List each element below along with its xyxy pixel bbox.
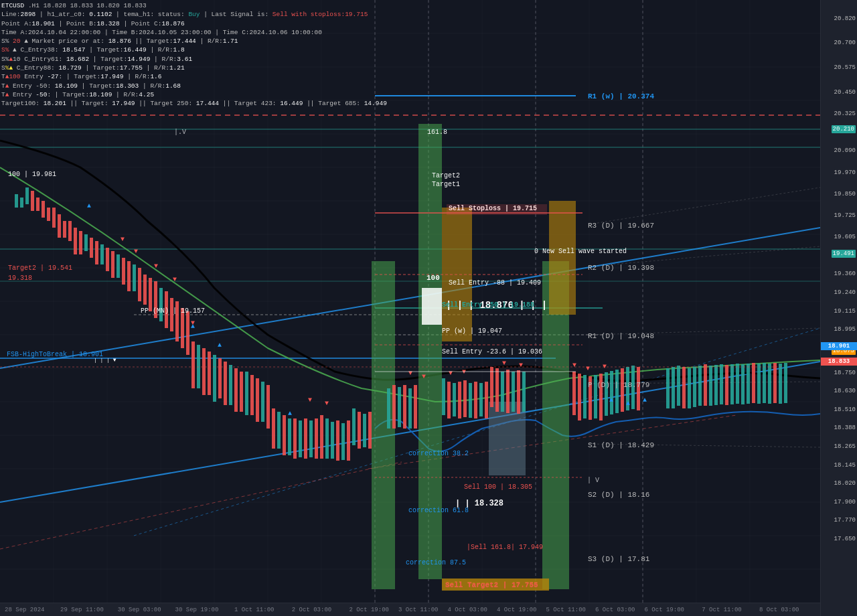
svg-text:▼: ▼ [572, 362, 576, 369]
svg-text:▼: ▼ [422, 373, 426, 380]
time-oct2-19: 2 Oct 19:00 [349, 607, 389, 613]
svg-rect-76 [224, 362, 227, 405]
price-18020: 18.020 [834, 480, 856, 487]
svg-rect-100 [352, 408, 356, 445]
svg-rect-58 [127, 261, 131, 291]
price-17900: 17.900 [834, 499, 856, 506]
price-19850: 19.850 [834, 191, 856, 198]
svg-text:▼: ▼ [173, 276, 177, 283]
price-18750: 18.750 [834, 370, 856, 376]
svg-rect-59 [133, 264, 136, 291]
svg-rect-116 [474, 382, 477, 418]
price-19605: 19.605 [834, 234, 856, 240]
price-20090: 20.090 [834, 147, 856, 154]
svg-rect-66 [170, 298, 173, 331]
svg-rect-72 [202, 348, 206, 395]
svg-rect-41 [36, 198, 40, 211]
time-sep30-19: 30 Sep 19:00 [175, 607, 219, 613]
time-sep30-03: 30 Sep 03:00 [118, 607, 161, 613]
sell-line: S% 20 ▲ Market price or at: 18.876 || Ta… [1, 37, 387, 46]
svg-rect-86 [277, 412, 281, 449]
sell-entry-88-label: Sell Entry -88 | 19.409 [449, 279, 541, 287]
price-17650: 17.650 [834, 536, 856, 542]
fsb-marks: | | | ▼ [94, 357, 116, 363]
svg-rect-93 [315, 418, 318, 459]
svg-rect-152 [736, 364, 739, 404]
svg-rect-105 [392, 385, 396, 429]
svg-rect-96 [331, 422, 334, 459]
r1d-label: R1 (D) | 19.048 [588, 332, 654, 340]
svg-rect-61 [143, 275, 147, 305]
price-18265: 18.265 [834, 443, 856, 450]
price-18630: 18.630 [834, 388, 856, 394]
svg-text:▲: ▲ [87, 202, 91, 210]
svg-rect-51 [90, 238, 93, 258]
price-19725: 19.725 [834, 212, 856, 219]
price-18995: 18.995 [834, 326, 856, 333]
svg-rect-110 [442, 378, 445, 415]
svg-text:▼: ▼ [134, 248, 138, 255]
svg-rect-98 [341, 423, 345, 460]
svg-rect-121 [501, 372, 504, 412]
svg-rect-40 [31, 191, 34, 211]
svg-rect-69 [186, 311, 189, 355]
price-20325: 20.325 [834, 110, 856, 117]
pd-label: P (D) | 18.779 [588, 381, 649, 389]
time-sep29-11: 29 Sep 11:00 [60, 607, 104, 613]
level-100-label-left: 100 | 19.981 [8, 171, 56, 178]
svg-rect-109 [414, 385, 417, 429]
price-20820: 20.820 [834, 15, 856, 22]
svg-rect-107 [403, 385, 406, 429]
sell-entry-236-label: Sell Entry -23.6 | 19.036 [442, 348, 542, 356]
svg-rect-55 [111, 251, 114, 278]
svg-rect-125 [522, 372, 526, 412]
svg-rect-95 [325, 418, 329, 459]
svg-rect-153 [741, 364, 745, 404]
svg-rect-77 [229, 365, 232, 405]
svg-rect-81 [250, 375, 254, 415]
c-entries-line1: S% ▲ C_Entry38: 18.547 | Target:16.449 |… [1, 46, 387, 54]
svg-rect-135 [621, 368, 624, 412]
price-18510: 18.510 [834, 406, 856, 413]
svg-rect-115 [469, 383, 472, 418]
sell-100-label: Sell 100 | 18.305 [464, 483, 532, 491]
svg-rect-85 [272, 408, 275, 449]
current-price-badge2: 18.901 [821, 342, 857, 350]
svg-rect-90 [299, 420, 302, 457]
svg-rect-108 [408, 388, 412, 429]
time-oct6-03: 6 Oct 03:00 [595, 607, 635, 613]
price-20575: 20.575 [834, 64, 856, 71]
svg-rect-146 [704, 364, 707, 406]
svg-rect-134 [615, 370, 619, 413]
svg-rect-70 [191, 341, 195, 388]
svg-rect-64 [159, 288, 163, 321]
s2d-label: S2 (D) | 18.16 [588, 491, 649, 499]
price-20700: 20.700 [834, 40, 856, 46]
svg-rect-106 [398, 387, 401, 427]
entry-line2: T▲ Entry -50: 18.109 | Target:18.303 | R… [1, 82, 387, 90]
iv-mark-left: |.V [174, 129, 186, 136]
svg-rect-74 [213, 355, 216, 402]
time-oct1-11: 1 Oct 11:00 [234, 607, 274, 613]
svg-rect-53 [100, 244, 104, 264]
svg-rect-148 [714, 365, 718, 405]
svg-rect-161 [784, 363, 787, 403]
svg-rect-42 [42, 201, 45, 218]
time-oct2-03: 2 Oct 03:00 [292, 607, 331, 613]
svg-rect-141 [677, 366, 680, 406]
svg-rect-159 [773, 363, 777, 403]
svg-rect-118 [485, 382, 488, 418]
svg-rect-149 [720, 364, 723, 404]
svg-rect-83 [261, 382, 264, 422]
svg-rect-62 [149, 278, 152, 311]
svg-rect-143 [688, 368, 691, 408]
svg-rect-56 [116, 254, 120, 278]
svg-rect-140 [672, 367, 675, 408]
timeframe: .H1 [28, 2, 40, 9]
svg-rect-48 [74, 228, 77, 254]
svg-rect-57 [122, 258, 125, 285]
svg-text:▲: ▲ [626, 400, 630, 407]
svg-rect-101 [358, 412, 361, 449]
svg-rect-54 [106, 248, 109, 271]
target1-label: Target1 [432, 181, 460, 188]
